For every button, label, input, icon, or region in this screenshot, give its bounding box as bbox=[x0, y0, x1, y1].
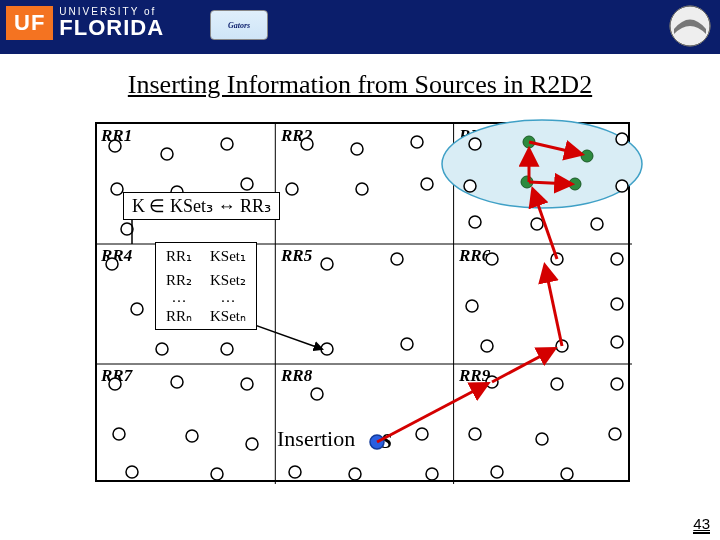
svg-point-39 bbox=[611, 298, 623, 310]
svg-point-6 bbox=[442, 120, 642, 208]
svg-point-50 bbox=[211, 468, 223, 480]
svg-point-44 bbox=[171, 376, 183, 388]
svg-point-53 bbox=[349, 468, 361, 480]
uf-logo-block: UF UNIVERSITY of FLORIDA bbox=[6, 6, 164, 40]
kset-table: RR₁ KSet₁ RR₂ KSet₂ … … RRₙ KSetₙ bbox=[155, 242, 257, 330]
svg-point-58 bbox=[611, 378, 623, 390]
svg-point-24 bbox=[469, 216, 481, 228]
grid-diagram: RR1 RR2 RR3 RR4 RR5 RR6 RR7 RR8 RR9 Geoc… bbox=[95, 122, 630, 482]
derivation-box: K ∈ KSet₃ ↔ RR₃ bbox=[123, 192, 280, 220]
svg-point-33 bbox=[321, 343, 333, 355]
uf-text: UNIVERSITY of FLORIDA bbox=[59, 7, 164, 39]
svg-point-27 bbox=[106, 258, 118, 270]
svg-point-49 bbox=[126, 466, 138, 478]
svg-point-9 bbox=[221, 138, 233, 150]
kset-row: … … bbox=[158, 293, 254, 303]
svg-line-70 bbox=[492, 349, 554, 382]
svg-point-25 bbox=[531, 218, 543, 230]
derivation-text: K ∈ KSet₃ ↔ RR₃ bbox=[132, 196, 271, 216]
kset-set: KSet₂ bbox=[202, 269, 254, 291]
svg-point-52 bbox=[289, 466, 301, 478]
svg-point-30 bbox=[156, 343, 168, 355]
gators-text: Gators bbox=[228, 21, 250, 30]
svg-point-65 bbox=[581, 150, 593, 162]
svg-point-18 bbox=[356, 183, 368, 195]
svg-point-57 bbox=[551, 378, 563, 390]
svg-point-47 bbox=[186, 430, 198, 442]
kset-rr: RR₁ bbox=[158, 245, 200, 267]
svg-point-45 bbox=[241, 378, 253, 390]
svg-point-8 bbox=[161, 148, 173, 160]
kset-set: KSetₙ bbox=[202, 305, 254, 327]
kset-row: RR₂ KSet₂ bbox=[158, 269, 254, 291]
svg-point-15 bbox=[351, 143, 363, 155]
kset-rr: RRₙ bbox=[158, 305, 200, 327]
svg-point-14 bbox=[301, 138, 313, 150]
slide-title: Inserting Information from Sources in R2… bbox=[0, 70, 720, 100]
kset-set: KSet₁ bbox=[202, 245, 254, 267]
svg-point-12 bbox=[241, 178, 253, 190]
svg-line-74 bbox=[529, 182, 571, 184]
page-number: 43 bbox=[693, 515, 710, 534]
svg-point-63 bbox=[561, 468, 573, 480]
svg-point-23 bbox=[616, 180, 628, 192]
svg-point-43 bbox=[109, 378, 121, 390]
svg-point-61 bbox=[609, 428, 621, 440]
svg-point-20 bbox=[469, 138, 481, 150]
gators-badge: Gators bbox=[210, 10, 268, 40]
uf-logo: UF bbox=[6, 6, 53, 40]
svg-point-16 bbox=[411, 136, 423, 148]
svg-point-46 bbox=[113, 428, 125, 440]
header-bar: UF UNIVERSITY of FLORIDA Gators bbox=[0, 0, 720, 54]
kset-set: … bbox=[202, 293, 254, 303]
svg-point-21 bbox=[616, 133, 628, 145]
svg-point-29 bbox=[221, 343, 233, 355]
svg-point-37 bbox=[611, 253, 623, 265]
svg-point-19 bbox=[421, 178, 433, 190]
kset-rr: … bbox=[158, 293, 200, 303]
svg-point-59 bbox=[469, 428, 481, 440]
svg-point-62 bbox=[491, 466, 503, 478]
svg-point-34 bbox=[401, 338, 413, 350]
svg-point-40 bbox=[481, 340, 493, 352]
kset-rr: RR₂ bbox=[158, 269, 200, 291]
svg-line-71 bbox=[545, 266, 562, 346]
nomads-badge bbox=[668, 4, 712, 48]
svg-point-22 bbox=[464, 180, 476, 192]
svg-point-17 bbox=[286, 183, 298, 195]
svg-point-28 bbox=[131, 303, 143, 315]
svg-point-35 bbox=[486, 253, 498, 265]
svg-point-60 bbox=[536, 433, 548, 445]
svg-point-13 bbox=[121, 223, 133, 235]
svg-point-38 bbox=[466, 300, 478, 312]
svg-point-55 bbox=[416, 428, 428, 440]
svg-point-32 bbox=[391, 253, 403, 265]
svg-point-48 bbox=[246, 438, 258, 450]
svg-point-7 bbox=[109, 140, 121, 152]
svg-point-10 bbox=[111, 183, 123, 195]
kset-row: RR₁ KSet₁ bbox=[158, 245, 254, 267]
svg-point-42 bbox=[611, 336, 623, 348]
svg-point-54 bbox=[426, 468, 438, 480]
svg-point-26 bbox=[591, 218, 603, 230]
uf-florida: FLORIDA bbox=[59, 17, 164, 39]
svg-line-76 bbox=[252, 324, 322, 349]
svg-point-51 bbox=[311, 388, 323, 400]
kset-row: RRₙ KSetₙ bbox=[158, 305, 254, 327]
svg-point-31 bbox=[321, 258, 333, 270]
